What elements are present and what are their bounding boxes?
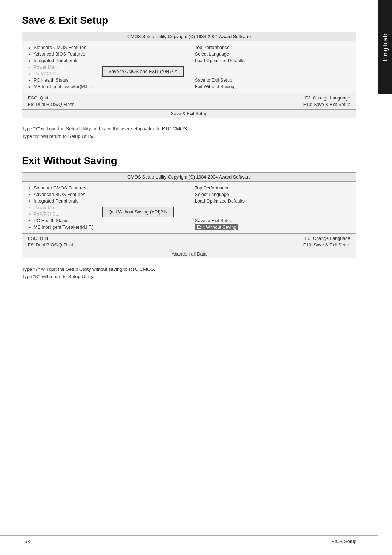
bios-body-wrapper-2: ►Standard CMOS Features ►Advanced BIOS F…: [22, 182, 356, 233]
section2-title: Exit Without Saving: [22, 155, 356, 167]
list-item: ►MB Intelligent Tweaker(M.I.T.): [28, 224, 183, 230]
list-item: ►Standard CMOS Features: [28, 44, 183, 51]
right-item: Top Performance: [195, 44, 350, 51]
dialog-text-2: Quit Without Saving (Y/N)? N: [109, 209, 168, 215]
arrow-icon: ►: [28, 219, 32, 223]
section2-description: Type "Y" will quit the Setup Utility wit…: [22, 266, 356, 281]
footer-row: F8: Dual BIOS/Q-Flash F10: Save & Exit S…: [28, 242, 350, 248]
bios-status-bar-2: Abandon all Data: [22, 250, 356, 258]
arrow-icon: ►: [28, 46, 32, 50]
right-item: Save to Exit Setup: [195, 77, 350, 83]
list-item: ►Advanced BIOS Features: [28, 191, 183, 198]
right-item: [195, 70, 350, 77]
footer-row: ESC: Quit F3: Change Language: [28, 95, 350, 101]
arrow-icon: ►: [28, 59, 32, 63]
arrow-icon: ►: [28, 78, 32, 82]
bios-screen-1: CMOS Setup Utility-Copyright (C) 1984-20…: [22, 32, 356, 118]
bios-screen-2: CMOS Setup Utility-Copyright (C) 1984-20…: [22, 172, 356, 258]
right-item: Select Language: [195, 191, 350, 198]
footer-f3: F3: Change Language: [305, 95, 350, 101]
list-item: ►Integrated Peripherals: [28, 57, 183, 64]
footer-esc: ESC: Quit: [28, 95, 48, 101]
footer-label: BIOS Setup: [331, 539, 356, 544]
section1-description: Type "Y" will quit the Setup Utility and…: [22, 125, 356, 140]
right-item: [195, 211, 350, 217]
footer-f10: F10: Save & Exit Setup: [303, 242, 350, 248]
arrow-icon: ►: [28, 199, 32, 203]
arrow-icon: ►: [28, 52, 32, 56]
right-item: Top Performance: [195, 185, 350, 191]
exit-without-saving-item: Exit Without Saving: [195, 224, 238, 230]
footer-row: ESC: Quit F3: Change Language: [28, 235, 350, 242]
bios-footer-2: ESC: Quit F3: Change Language F8: Dual B…: [22, 233, 356, 250]
desc-line-1: Type "Y" will quit the Setup Utility wit…: [22, 266, 356, 273]
right-item: [195, 64, 350, 70]
footer-f10: F10: Save & Exit Setup: [303, 102, 350, 107]
arrow-icon: ►: [28, 225, 32, 229]
page-number: - 53 -: [22, 539, 33, 544]
arrow-icon: ►: [28, 65, 32, 69]
footer-row: F8: Dual BIOS/Q-Flash F10: Save & Exit S…: [28, 101, 350, 108]
page-footer: - 53 - BIOS Setup: [0, 535, 378, 544]
bios-body-wrapper-1: ►Standard CMOS Features ►Advanced BIOS F…: [22, 41, 356, 93]
arrow-icon: ►: [28, 192, 32, 196]
section1-title: Save & Exit Setup: [22, 15, 356, 26]
quit-without-saving-dialog: Quit Without Saving (Y/N)? N: [102, 207, 174, 217]
save-cmos-dialog: Save to CMOS and EXIT (Y/N)? Y: [102, 66, 184, 77]
side-language-tab: English: [378, 0, 392, 94]
list-item: ►Integrated Peripherals: [28, 198, 183, 204]
list-item: ►PC Health Status: [28, 217, 183, 224]
dialog-text: Save to CMOS and EXIT (Y/N)? Y: [109, 69, 177, 74]
arrow-icon: ►: [28, 205, 32, 209]
bios-header-2: CMOS Setup Utility-Copyright (C) 1984-20…: [22, 173, 356, 182]
arrow-icon: ►: [28, 85, 32, 89]
desc-line-2: Type "N" will return to Setup Utility.: [22, 133, 356, 140]
right-item: [195, 204, 350, 211]
arrow-icon: ►: [28, 212, 32, 216]
right-item: Exit Without Saving: [195, 83, 350, 90]
footer-f8: F8: Dual BIOS/Q-Flash: [28, 242, 75, 248]
right-item: Save to Exit Setup: [195, 217, 350, 224]
bios-footer-1: ESC: Quit F3: Change Language F8: Dual B…: [22, 93, 356, 109]
list-item: ►MB Intelligent Tweaker(M.I.T.): [28, 83, 183, 90]
right-item: Select Language: [195, 51, 350, 57]
bios-status-bar-1: Save & Exit Setup: [22, 109, 356, 118]
bios-body-2: ►Standard CMOS Features ►Advanced BIOS F…: [22, 182, 356, 233]
bios-right-1: Top Performance Select Language Load Opt…: [189, 44, 356, 90]
bios-header-1: CMOS Setup Utility-Copyright (C) 1984-20…: [22, 32, 356, 41]
right-item: Load Optimized Defaults: [195, 57, 350, 64]
right-item: Load Optimized Defaults: [195, 198, 350, 204]
desc-line-2: Type "N" will return to Setup Utility.: [22, 273, 356, 281]
side-tab-label: English: [381, 33, 389, 61]
arrow-icon: ►: [28, 72, 32, 76]
bios-right-2: Top Performance Select Language Load Opt…: [189, 185, 356, 230]
list-item: ►Standard CMOS Features: [28, 185, 183, 191]
bios-body-1: ►Standard CMOS Features ►Advanced BIOS F…: [22, 41, 356, 93]
footer-f3: F3: Change Language: [305, 236, 350, 241]
desc-line-1: Type "Y" will quit the Setup Utility and…: [22, 125, 356, 133]
arrow-icon: ►: [28, 186, 32, 190]
footer-f8: F8: Dual BIOS/Q-Flash: [28, 102, 75, 107]
list-item: ►PC Health Status: [28, 77, 183, 83]
list-item: ►Advanced BIOS Features: [28, 51, 183, 57]
footer-esc: ESC: Quit: [28, 236, 48, 241]
